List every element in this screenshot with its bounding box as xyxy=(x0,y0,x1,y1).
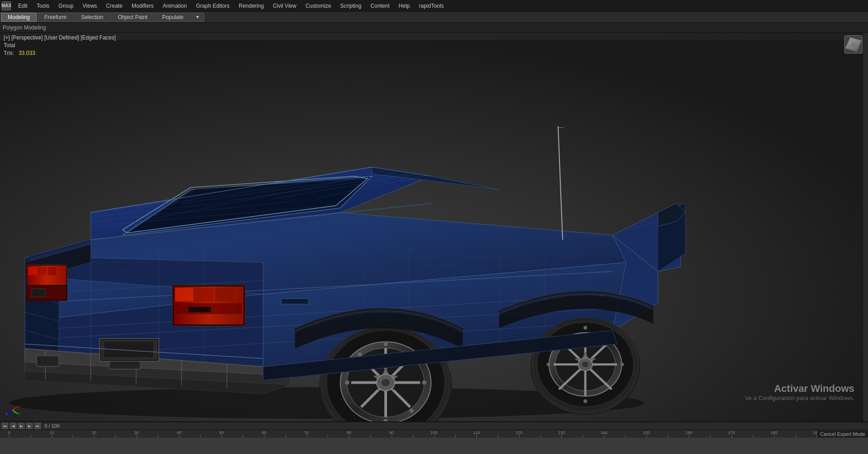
statusbar-text: Polygon Modeling xyxy=(3,24,46,31)
play-forward-button[interactable]: ⏭ xyxy=(34,423,41,429)
tab-selection[interactable]: Selection xyxy=(74,13,110,22)
timeline: ⏮ ◀ ▶ ▶ ⏭ 0 / 100 0102030405060708090100… xyxy=(0,421,868,438)
svg-point-107 xyxy=(620,363,624,366)
car-scene xyxy=(0,33,868,438)
svg-rect-45 xyxy=(38,267,47,275)
play-back-button[interactable]: ⏮ xyxy=(2,423,8,429)
menu-rapid-tools[interactable]: rapidTools xyxy=(414,2,448,10)
timeline-counter: 0 / 100 xyxy=(43,423,62,429)
viewport-header: [+] [Perspective] [User Defined] [Edged … xyxy=(4,34,116,41)
svg-point-87 xyxy=(422,381,427,385)
viewport-corner[interactable]: ⬡ xyxy=(844,35,863,54)
svg-rect-66 xyxy=(215,288,233,302)
svg-rect-68 xyxy=(188,307,211,312)
watermark: Activar Windows Ve a Configuración para … xyxy=(745,383,854,401)
toolbar: Modeling Freeform Selection Object Paint… xyxy=(0,12,868,23)
nav-cube[interactable]: ⬡ xyxy=(844,35,863,54)
svg-text:Z: Z xyxy=(5,412,8,416)
svg-rect-113 xyxy=(281,299,309,304)
viewport[interactable]: [+] [Perspective] [User Defined] [Edged … xyxy=(0,33,868,438)
bottom-right-text: Cancel Expert Mode xyxy=(820,431,865,437)
menu-scripting[interactable]: Scripting xyxy=(336,2,366,10)
bottom-right-status: Cancel Expert Mode xyxy=(817,430,868,438)
nav-cube-inner: ⬡ xyxy=(844,37,862,52)
svg-rect-64 xyxy=(175,288,193,302)
svg-line-136 xyxy=(12,407,17,410)
svg-point-86 xyxy=(345,381,349,385)
tab-modeling[interactable]: Modeling xyxy=(1,13,37,22)
svg-text:X: X xyxy=(18,405,20,409)
tab-freeform[interactable]: Freeform xyxy=(38,13,74,22)
tab-object-paint[interactable]: Object Paint xyxy=(111,13,154,22)
menu-civil-view[interactable]: Civil View xyxy=(268,2,301,10)
viewport-scrollbar-right[interactable] xyxy=(863,33,868,438)
watermark-title: Activar Windows xyxy=(745,383,854,395)
svg-point-83 xyxy=(381,379,390,387)
viewport-header-text: [+] [Perspective] [User Defined] [Edged … xyxy=(4,34,116,41)
menu-content[interactable]: Content xyxy=(366,2,394,10)
menu-graph-editors[interactable]: Graph Editors xyxy=(191,2,234,10)
menu-create[interactable]: Create xyxy=(102,2,127,10)
app-icon[interactable]: MAX xyxy=(2,1,11,10)
svg-point-84 xyxy=(383,342,388,347)
svg-rect-44 xyxy=(28,267,37,275)
menu-views[interactable]: Views xyxy=(78,2,102,10)
axis-indicator: X Y Z xyxy=(5,402,20,420)
menu-tools[interactable]: Tools xyxy=(32,2,54,10)
stats-total-label: Total xyxy=(4,42,35,49)
stats-tris-label: Tris: xyxy=(4,50,14,56)
svg-point-104 xyxy=(584,326,587,330)
svg-rect-65 xyxy=(195,288,213,302)
svg-point-106 xyxy=(547,363,550,366)
stats-tris-value: 33.033 xyxy=(19,50,35,56)
title-bar: MAX Edit Tools Group Views Create Modifi… xyxy=(0,0,868,12)
menu-modifiers[interactable]: Modifiers xyxy=(127,2,158,10)
svg-rect-49 xyxy=(32,289,45,297)
svg-rect-46 xyxy=(48,267,56,275)
step-back-button[interactable]: ◀ xyxy=(10,423,16,429)
menu-group[interactable]: Group xyxy=(54,2,78,10)
car-wireframe xyxy=(0,33,868,438)
svg-text:Y: Y xyxy=(18,412,20,416)
step-forward-button[interactable]: ▶ xyxy=(26,423,33,429)
timeline-ruler[interactable]: 0102030405060708090100110120130140150160… xyxy=(0,430,868,438)
svg-point-89 xyxy=(409,409,414,413)
menu-customize[interactable]: Customize xyxy=(301,2,336,10)
statusbar: Polygon Modeling xyxy=(0,23,868,33)
svg-line-137 xyxy=(12,410,17,414)
menu-rendering[interactable]: Rendering xyxy=(234,2,268,10)
play-button[interactable]: ▶ xyxy=(18,423,25,429)
svg-rect-59 xyxy=(37,356,58,366)
svg-point-103 xyxy=(582,361,589,368)
svg-point-88 xyxy=(358,352,362,357)
tab-populate[interactable]: Populate xyxy=(155,13,190,22)
toolbar-dropdown[interactable]: ▼ xyxy=(191,13,204,22)
menu-animation[interactable]: Animation xyxy=(158,2,191,10)
menu-edit[interactable]: Edit xyxy=(14,2,32,10)
menu-help[interactable]: Help xyxy=(394,2,415,10)
watermark-subtitle: Ve a Configuración para activar Windows. xyxy=(745,395,854,401)
stats-overlay: Total Tris: 33.033 xyxy=(4,42,35,57)
svg-point-105 xyxy=(584,400,587,403)
menubar: Edit Tools Group Views Create Modifiers … xyxy=(14,2,866,10)
timeline-controls: ⏮ ◀ ▶ ▶ ⏭ 0 / 100 xyxy=(0,422,868,430)
